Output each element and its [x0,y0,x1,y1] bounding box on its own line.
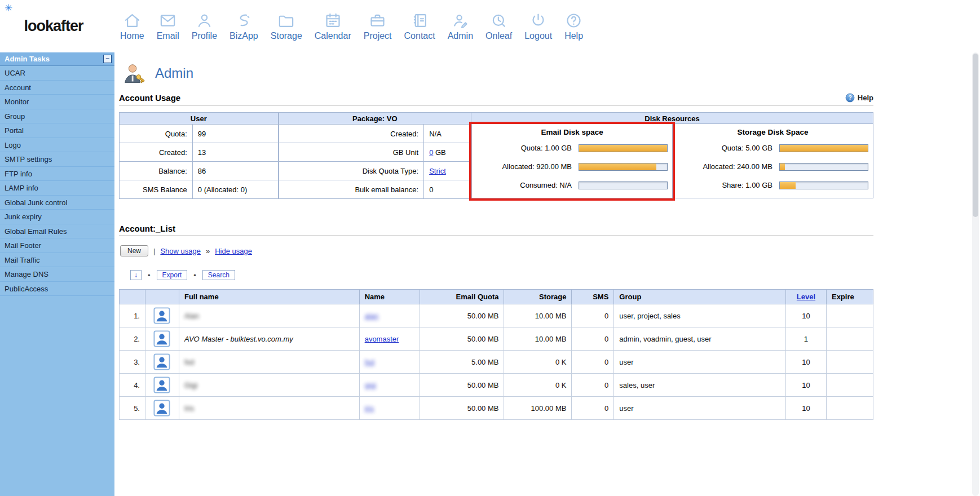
user-usage-row: Created:13 [120,143,279,162]
account-name-link[interactable]: iris [365,404,374,413]
account-name-link[interactable]: gigi [365,381,376,389]
profile-icon [196,12,213,29]
user-avatar-icon [153,377,170,393]
sidebar-item-lamp-info[interactable]: LAMP info [0,181,114,196]
help-link[interactable]: ? Help [845,93,873,103]
nav-item-label: Project [364,31,392,41]
expire-cell [826,397,873,420]
package-usage-row-label: GB Unit [279,143,424,162]
main-content: Admin Account Usage ? Help UserQuota:99C… [114,52,980,496]
nav-item-storage[interactable]: Storage [271,12,302,41]
export-button[interactable]: Export [157,270,188,280]
home-icon [123,12,141,29]
email-quota-cell: 50.00 MB [420,397,504,420]
nav-item-calendar[interactable]: Calendar [315,12,351,41]
hide-usage-link[interactable]: Hide usage [215,247,252,255]
sms-cell: 0 [572,304,614,327]
nav-item-onleaf[interactable]: Onleaf [485,12,512,41]
level-cell: 10 [786,374,827,397]
sparkle-icon: ✳ [5,2,12,14]
user-avatar-icon [153,330,170,347]
nav-item-contact[interactable]: Contact [404,12,435,41]
sidebar-item-ucar[interactable]: UCAR [0,66,114,81]
storage-disk-space-row-label: Share: 1.00 GB [722,181,772,189]
package-usage-value-link[interactable]: Strict [429,167,446,175]
new-button[interactable]: New [120,245,148,256]
nav-item-help[interactable]: Help [564,12,583,41]
sidebar-item-account[interactable]: Account [0,81,114,95]
sidebar-item-monitor[interactable]: Monitor [0,95,114,109]
divider [119,105,873,105]
expire-cell [826,351,873,374]
avatar-cell [145,304,179,327]
account-name-link[interactable]: avomaster [365,335,399,343]
row-number: 2. [120,327,145,351]
sidebar-item-mail-footer[interactable]: Mail Footer [0,238,114,253]
email-disk-space-row: Allocated: 920.00 MB [476,157,668,176]
sidebar: Admin Tasks − UCARAccountMonitorGroupPor… [0,52,114,496]
sort-button[interactable]: ↓ [130,270,142,280]
expire-cell [826,327,873,351]
nav-item-bizapp[interactable]: BizApp [229,12,258,41]
package-usage-row-value: 0 GB [424,143,471,162]
usage-bar [579,163,668,171]
column-header-full_name: Full name [179,290,359,304]
nav-item-project[interactable]: Project [364,12,392,41]
column-header-level[interactable]: Level [786,290,827,304]
show-usage-link[interactable]: Show usage [160,247,201,255]
sidebar-item-smtp-settings[interactable]: SMTP settings [0,152,114,167]
nav-item-profile[interactable]: Profile [192,12,217,41]
page-title: Admin [155,65,193,81]
email-icon [159,12,176,29]
sidebar-item-manage-dns[interactable]: Manage DNS [0,267,114,282]
account-row: 3.fxdfxd5.00 MB0 K0user10 [120,351,873,374]
level-cell: 10 [786,351,827,374]
sidebar-collapse-button[interactable]: − [103,55,112,63]
sms-cell: 0 [572,374,614,397]
sidebar-item-junk-expiry[interactable]: Junk expiry [0,210,114,224]
help-question-icon: ? [845,93,855,103]
package-usage-row-label: Created: [279,125,424,143]
sidebar-item-group[interactable]: Group [0,109,114,124]
contact-icon [411,12,429,29]
full-name-text: fxd [184,358,194,366]
nav-item-home[interactable]: Home [120,12,144,41]
group-cell: user [614,397,786,420]
account-name-link[interactable]: alan [365,312,379,320]
storage-disk-space-row: Quota: 5.00 GB [677,139,868,157]
account-name-link[interactable]: fxd [365,358,374,366]
sidebar-item-global-email-rules[interactable]: Global Email Rules [0,224,114,239]
sidebar-item-mail-traffic[interactable]: Mail Traffic [0,253,114,268]
nav-item-logout[interactable]: Logout [524,12,552,41]
sidebar-item-logo[interactable]: Logo [0,138,114,153]
help-icon [565,12,582,29]
storage-cell: 0 K [504,351,572,374]
search-button[interactable]: Search [202,270,235,280]
column-header-email_quota: Email Quota [420,290,504,304]
package-usage-row-label: Bulk email balance: [279,180,424,199]
sidebar-item-global-junk-control[interactable]: Global Junk control [0,196,114,210]
row-number: 4. [120,374,145,397]
project-icon [369,12,386,29]
sidebar-item-portal[interactable]: Portal [0,123,114,138]
package-usage-row-value: 0 [424,180,471,199]
sidebar-item-publicaccess[interactable]: PublicAccess [0,282,114,296]
scrollbar-thumb[interactable] [973,54,978,217]
package-usage-header: Package: VO [279,113,471,125]
nav-item-email[interactable]: Email [157,12,179,41]
full-name-cell: fxd [179,351,359,374]
sms-cell: 0 [572,397,614,420]
account-usage-table: UserQuota:99Created:13Balance:86SMS Bala… [119,112,873,199]
level-cell: 10 [786,397,827,420]
brand-logo[interactable]: lookafter [0,17,107,35]
level-header-link[interactable]: Level [797,293,815,301]
account-usage-header: Account Usage ? Help [119,93,873,103]
bizapp-icon [235,12,253,29]
user-usage-row-label: Balance: [120,162,193,180]
list-toolbar: New | Show usage » Hide usage [120,245,873,256]
sidebar-item-ftp-info[interactable]: FTP info [0,167,114,181]
full-name-cell: AVO Master - bulktest.vo.com.my [179,327,359,351]
nav-item-admin[interactable]: Admin [448,12,473,41]
name-cell: fxd [359,351,420,374]
nav-item-label: Onleaf [485,31,512,41]
